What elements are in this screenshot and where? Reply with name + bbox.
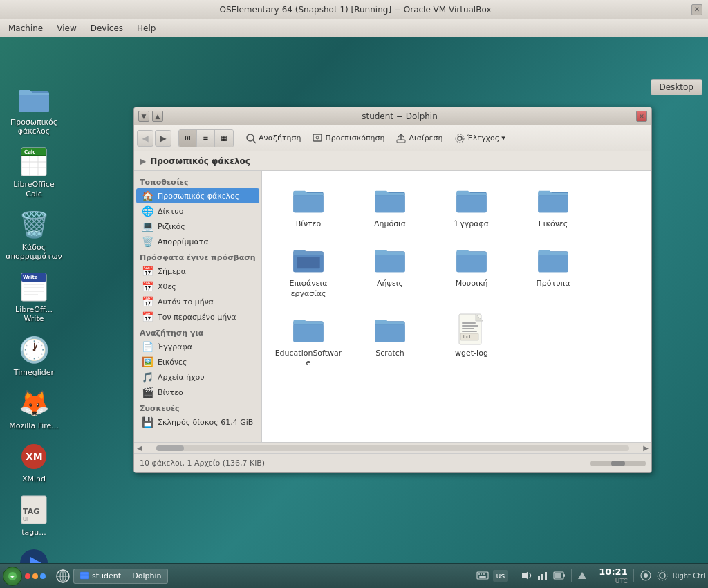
sidebar-hdd-label: Σκληρός δίσκος 61,4 GiB (158, 418, 253, 427)
file-item-documents[interactable]: Έγγραφα (434, 179, 510, 233)
desktop-icon-personal-folder[interactable]: Προσωπικόςφάκελος (3, 80, 65, 138)
preview-button[interactable]: Προεπισκόπηση (307, 130, 389, 147)
desktop-icon-libreoffice-calc[interactable]: Calc LibreOffice Calc (3, 143, 65, 201)
back-button[interactable]: ◀ (137, 130, 153, 147)
network-taskbar-icon[interactable] (537, 569, 549, 582)
dolphin-hscroll[interactable]: ◀ ▶ (134, 442, 651, 453)
file-item-education[interactable]: EducationSoftware (270, 309, 346, 373)
menu-devices[interactable]: Devices (85, 21, 129, 35)
desktop-icon-openshot[interactable]: Openshot (3, 544, 65, 563)
sidebar-item-docs[interactable]: 📄 Έγγραφα (136, 339, 259, 354)
file-item-templates[interactable]: Πρότυπα (515, 239, 591, 303)
share-button[interactable]: Διαίρεση (391, 130, 447, 147)
sidebar-item-root[interactable]: 💻 Ριζικός (136, 219, 259, 234)
start-button[interactable]: ✦ (3, 567, 22, 586)
yesterday-icon: 📅 (142, 281, 153, 292)
sidebar-item-audio[interactable]: 🎵 Αρχεία ήχου (136, 369, 259, 385)
search-button[interactable]: Αναζήτηση (241, 130, 306, 147)
dolphin-taskbar-icon (80, 571, 89, 581)
desktop-button[interactable]: Desktop (651, 79, 703, 95)
zoom-handle[interactable] (611, 461, 625, 466)
zoom-slider[interactable] (590, 461, 646, 466)
svg-line-32 (253, 140, 256, 143)
folder-public-icon (372, 183, 408, 217)
menu-machine[interactable]: Machine (3, 21, 48, 35)
breadcrumb-item[interactable]: Προσωπικός φάκελος (150, 156, 250, 166)
sidebar-item-video[interactable]: 🎬 Βίντεο (136, 385, 259, 400)
gear-icon (454, 133, 465, 144)
desktop-icon-timeglider[interactable]: 🕐 Timeglider (3, 331, 65, 380)
hscroll-track[interactable] (156, 445, 630, 451)
file-label-templates: Πρότυπα (537, 279, 570, 288)
sidebar-item-personal[interactable]: 🏠 Προσωπικός φάκελος (136, 188, 259, 203)
sidebar-item-yesterday[interactable]: 📅 Χθες (136, 279, 259, 294)
share-label: Διαίρεση (409, 134, 442, 143)
forward-button[interactable]: ▶ (155, 130, 171, 147)
menu-view[interactable]: View (51, 21, 82, 35)
zoom-control (590, 461, 646, 466)
indicator-dot-3[interactable] (40, 573, 46, 579)
file-item-images[interactable]: Εικόνες (515, 179, 591, 233)
root-icon: 💻 (142, 221, 153, 232)
taskbar-dolphin-label: student − Dolphin (92, 571, 162, 580)
hdd-icon: 💾 (142, 416, 153, 428)
indicator-dot-1[interactable] (25, 573, 30, 579)
sidebar-item-hdd[interactable]: 💾 Σκληρός δίσκος 61,4 GiB (136, 414, 259, 430)
sidebar-item-this-month[interactable]: 📅 Αυτόν το μήνα (136, 294, 259, 309)
dolphin-maximize-btn[interactable]: ▲ (152, 111, 163, 122)
hscroll-right-btn[interactable]: ▶ (643, 444, 649, 452)
icon-view-btn[interactable]: ⊞ (179, 130, 197, 147)
svg-rect-85 (555, 573, 561, 578)
hscroll-handle[interactable] (156, 445, 184, 451)
svg-rect-56 (293, 324, 323, 342)
desktop-icon-trash[interactable]: 🗑️ Κάδοςαπορριμμάτων (3, 205, 65, 264)
file-item-music[interactable]: Μουσική (434, 239, 510, 303)
menu-help[interactable]: Help (131, 21, 161, 35)
file-item-desktop[interactable]: Επιφάνεια εργασίας (270, 239, 346, 303)
desktop-icon-libreoffice-write[interactable]: Write LibreOff... Write (3, 268, 65, 326)
svg-text:TAG: TAG (23, 507, 39, 516)
clock-time: 10:21 (599, 567, 627, 578)
close-button[interactable]: ✕ (691, 4, 702, 15)
file-item-scratch[interactable]: Scratch (352, 309, 428, 373)
file-item-wget-log[interactable]: txt wget-log (434, 309, 510, 373)
dolphin-file-area: Βίντεο Δημόσια (262, 171, 651, 442)
openshot-icon (17, 546, 50, 563)
sidebar-item-today[interactable]: 📅 Σήμερα (136, 264, 259, 279)
sidebar-item-trash[interactable]: 🗑️ Απορρίμματα (136, 234, 259, 249)
column-view-btn[interactable]: ▦ (215, 130, 233, 147)
svg-point-37 (456, 134, 464, 143)
folder-desktop-icon (290, 243, 326, 276)
sidebar-item-images[interactable]: 🖼️ Εικόνες (136, 354, 259, 369)
language-indicator[interactable]: us (493, 570, 509, 582)
sidebar-item-last-month[interactable]: 📅 Τον περασμένο μήνα (136, 309, 259, 324)
dolphin-close-btn[interactable]: ✕ (636, 111, 647, 122)
up-arrow-icon (577, 571, 587, 580)
hscroll-left-btn[interactable]: ◀ (137, 444, 142, 452)
volume-icon[interactable] (520, 569, 532, 582)
svg-rect-1 (19, 95, 49, 112)
control-button[interactable]: Έλεγχος ▾ (449, 130, 510, 147)
file-item-downloads[interactable]: Λήψεις (352, 239, 428, 303)
libreoffice-write-icon: Write (17, 270, 50, 304)
file-item-public[interactable]: Δημόσια (352, 179, 428, 233)
svg-rect-58 (375, 324, 404, 342)
file-label-public: Δημόσια (374, 219, 406, 229)
breadcrumb-arrow: ▶ (140, 156, 146, 166)
sidebar-item-network[interactable]: 🌐 Δίκτυο (136, 203, 259, 219)
taskbar-dolphin-btn[interactable]: student − Dolphin (73, 569, 168, 584)
svg-rect-74 (477, 572, 488, 579)
svg-rect-54 (538, 255, 568, 273)
folder-documents-icon (454, 183, 490, 217)
desktop-icon-xmind[interactable]: XM XMind (3, 437, 65, 486)
this-month-icon: 📅 (142, 296, 153, 307)
file-item-video[interactable]: Βίντεο (270, 179, 346, 233)
desktop-icon-firefox[interactable]: 🦊 Mozilla Fire... (3, 384, 65, 433)
web-icon[interactable] (55, 569, 71, 584)
detail-view-btn[interactable]: ≡ (197, 130, 215, 147)
indicator-dot-2[interactable] (32, 573, 38, 579)
dolphin-minimize-btn[interactable]: ▼ (138, 111, 149, 122)
svg-point-90 (658, 571, 667, 580)
taskbar-right: us 10:21 UTC (476, 567, 705, 585)
desktop-icon-tagui[interactable]: TAG UI tagu... (3, 490, 65, 540)
